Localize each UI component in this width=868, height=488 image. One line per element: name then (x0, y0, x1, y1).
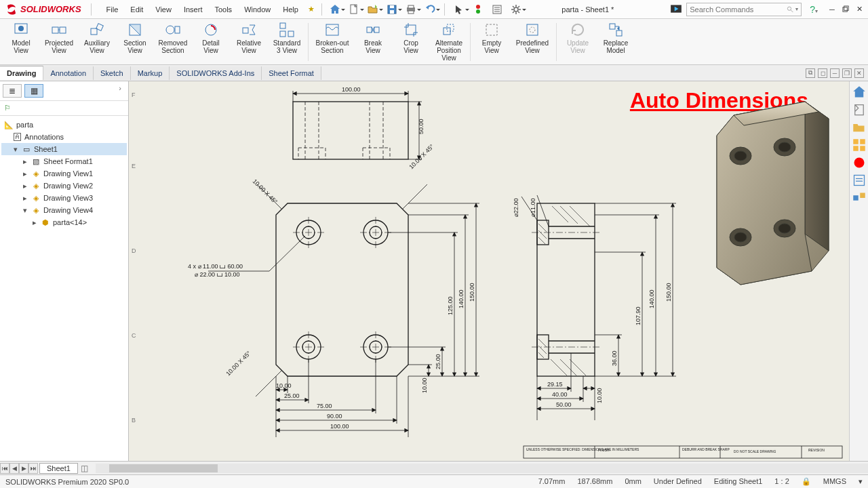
tab-addins[interactable]: SOLIDWORKS Add-Ins (170, 66, 262, 80)
svg-line-16 (791, 9, 793, 12)
tab-markup[interactable]: Markup (131, 66, 170, 80)
doc-tile-icon[interactable]: ⧉ (806, 68, 815, 78)
appearances-icon[interactable] (852, 156, 866, 169)
tab-sheet-format[interactable]: Sheet Format (262, 66, 321, 80)
model-view-button[interactable]: ModelView (3, 20, 39, 64)
status-units[interactable]: MMGS (823, 477, 846, 486)
select-icon[interactable] (452, 2, 467, 17)
break-view-button[interactable]: BreakView (355, 20, 391, 64)
menu-tools[interactable]: Tools (209, 3, 237, 16)
removed-section-button[interactable]: RemovedSection (155, 20, 191, 64)
filter-flag-icon[interactable]: ⚐ (4, 104, 11, 112)
sheet-next-icon[interactable]: ▶ (19, 463, 28, 474)
tree-sheet-format[interactable]: ▸▧Sheet Format1 (1, 155, 127, 167)
svg-rect-199 (860, 146, 865, 151)
tree-dv1[interactable]: ▸◈Drawing View1 (1, 167, 127, 180)
projected-view-button[interactable]: ProjectedView (41, 20, 77, 64)
add-sheet-icon[interactable]: ◫ (79, 463, 90, 474)
undo-icon[interactable] (422, 2, 437, 17)
vertical-ruler: F E D C B (129, 81, 141, 461)
title-bar: SOLIDWORKS File Edit View Insert Tools W… (0, 0, 868, 19)
svg-line-149 (538, 339, 547, 347)
menu-star-icon[interactable]: ★ (304, 5, 319, 14)
svg-line-152 (551, 359, 567, 375)
sheet-first-icon[interactable]: ⏮ (0, 463, 9, 474)
menu-help[interactable]: Help (277, 3, 304, 16)
help-icon[interactable]: ?▾ (810, 4, 818, 15)
empty-view-button[interactable]: EmptyView (473, 20, 510, 64)
replace-model-button[interactable]: ReplaceModel (597, 20, 634, 64)
alternate-position-button[interactable]: AlternatePositionView (431, 20, 467, 64)
auxiliary-view-button[interactable]: AuxiliaryView (79, 20, 115, 64)
doc-minimize-icon[interactable]: ─ (830, 68, 840, 78)
svg-rect-19 (844, 6, 848, 10)
menu-window[interactable]: Window (239, 3, 276, 16)
tab-annotation[interactable]: Annotation (43, 66, 94, 80)
h-scrollbar[interactable] (96, 464, 868, 473)
forum-icon[interactable] (852, 191, 866, 205)
menu-edit[interactable]: Edit (125, 3, 149, 16)
command-play-icon[interactable] (670, 3, 682, 16)
status-y: 187.68mm (577, 477, 612, 486)
tree-sheet1[interactable]: ▾▭Sheet1 (1, 143, 127, 155)
status-extra-icon[interactable]: ▾ (859, 477, 863, 486)
doc-restore-icon[interactable]: ❐ (842, 68, 852, 78)
feature-manager: ≣ ▦ › ⚐ 📐parta 🄰Annotations ▾▭Sheet1 ▸▧S… (0, 81, 129, 461)
doc-close-icon[interactable]: ✕ (854, 68, 864, 78)
resources-icon[interactable] (852, 103, 866, 117)
home-pane-icon[interactable] (852, 85, 866, 99)
save-icon[interactable] (384, 2, 399, 17)
fm-tab-display-icon[interactable]: ▦ (24, 84, 43, 98)
document-title: parta - Sheet1 * (541, 5, 634, 14)
restore-icon[interactable] (840, 3, 852, 16)
fm-expand-icon[interactable]: › (115, 84, 125, 98)
svg-rect-205 (853, 195, 859, 201)
tree-dv3[interactable]: ▸◈Drawing View3 (1, 192, 127, 204)
svg-text:100.00: 100.00 (330, 423, 349, 430)
fm-tab-tree-icon[interactable]: ≣ (3, 84, 22, 98)
home-icon[interactable] (328, 2, 342, 17)
command-search-input[interactable] (690, 5, 786, 14)
tree-dv4[interactable]: ▾◈Drawing View4 (1, 204, 127, 216)
standard-3view-button[interactable]: Standard3 View (269, 20, 305, 64)
tab-drawing[interactable]: Drawing (0, 66, 43, 80)
relative-view-button[interactable]: RelativeView (231, 20, 267, 64)
svg-line-143 (552, 206, 568, 222)
crop-view-button[interactable]: CropView (393, 20, 429, 64)
tab-sketch[interactable]: Sketch (94, 66, 131, 80)
broken-out-section-button[interactable]: Broken-outSection (311, 20, 353, 64)
predefined-view-button[interactable]: PredefinedView (511, 20, 553, 64)
new-icon[interactable] (347, 2, 361, 17)
open-icon[interactable] (366, 2, 380, 17)
svg-text:140.00: 140.00 (648, 289, 655, 308)
svg-point-43 (530, 27, 535, 33)
menu-insert[interactable]: Insert (178, 3, 208, 16)
tree-dv4-child[interactable]: ▸⬢parta<14> (1, 216, 127, 228)
app-logo-text: SOLIDWORKS (20, 4, 81, 14)
design-library-icon[interactable] (852, 121, 866, 134)
status-scale[interactable]: 1 : 2 (774, 477, 789, 486)
doc-window-icon[interactable]: ◻ (818, 68, 827, 78)
detail-view-button[interactable]: DetailView (193, 20, 229, 64)
view-palette-icon[interactable] (852, 138, 866, 152)
minimize-icon[interactable]: ─ (826, 3, 838, 16)
menu-file[interactable]: File (101, 3, 124, 16)
tree-annotations[interactable]: 🄰Annotations (1, 131, 127, 143)
close-icon[interactable]: ✕ (853, 3, 865, 16)
command-search[interactable]: ▾ (686, 3, 802, 16)
options-list-icon[interactable] (490, 2, 505, 17)
svg-point-7 (476, 5, 480, 9)
section-view-button[interactable]: SectionView (117, 20, 153, 64)
menu-view[interactable]: View (150, 3, 177, 16)
print-icon[interactable] (403, 2, 418, 17)
tree-dv2[interactable]: ▸◈Drawing View2 (1, 180, 127, 192)
status-lock-icon[interactable]: 🔒 (802, 477, 811, 486)
sheet-tab-1[interactable]: Sheet1 (39, 463, 78, 474)
sheet-prev-icon[interactable]: ◀ (9, 463, 19, 474)
tree-root[interactable]: 📐parta (1, 119, 127, 131)
gear-icon[interactable] (509, 2, 524, 17)
sheet-last-icon[interactable]: ⏭ (28, 463, 38, 474)
traffic-icon[interactable] (471, 2, 486, 17)
drawing-canvas[interactable]: F E D C B Auto Dimensions (129, 81, 849, 461)
custom-props-icon[interactable] (852, 174, 866, 187)
